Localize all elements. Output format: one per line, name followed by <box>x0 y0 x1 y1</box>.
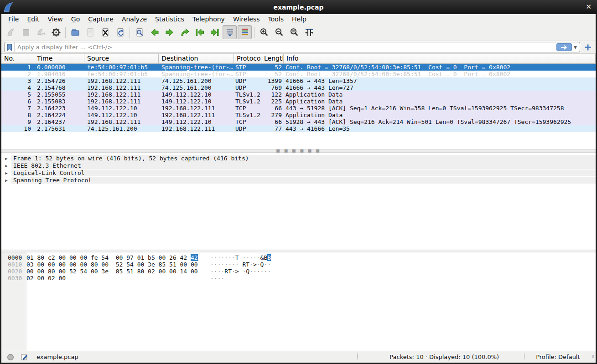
menu-analyze[interactable]: Analyze <box>118 15 151 24</box>
expander-icon[interactable]: ▶ <box>1 171 11 175</box>
menu-view[interactable]: View <box>44 15 67 24</box>
column-header-source[interactable]: Source <box>84 54 159 63</box>
capture-comment-icon[interactable] <box>21 353 28 361</box>
packet-row-8[interactable]: 82.164224149.112.122.10192.168.122.111TL… <box>1 112 596 118</box>
status-bar: example.pcap Packets: 10 · Displayed: 10… <box>1 351 596 363</box>
expander-icon[interactable]: ▶ <box>1 164 11 168</box>
packet-cell-no: 10 <box>1 125 34 132</box>
reload-file-button[interactable] <box>113 25 127 39</box>
packet-list-header: No.TimeSourceDestinationProtocolLengthIn… <box>1 54 596 64</box>
expander-icon[interactable]: ▶ <box>1 178 11 183</box>
go-back-button[interactable] <box>147 25 161 39</box>
column-header-length[interactable]: Length <box>261 54 284 63</box>
packet-row-2[interactable]: 21.984016fe:54:00:97:01:b5Spanning-tree-… <box>1 71 596 77</box>
add-filter-expression-button[interactable] <box>583 42 593 52</box>
expander-icon[interactable]: ▶ <box>1 156 11 161</box>
go-to-packet-button[interactable] <box>177 25 192 39</box>
open-file-button[interactable] <box>68 25 82 39</box>
status-profile[interactable]: Profile: Default <box>524 352 592 362</box>
menu-wireless[interactable]: Wireless <box>229 15 264 24</box>
hex-ascii[interactable]: ·······T ·····&BB <box>210 254 271 261</box>
packet-cell-src: 192.168.122.111 <box>84 84 159 91</box>
find-packet-button[interactable] <box>132 25 146 39</box>
hex-row-0010[interactable]: 001003 00 00 00 00 00 80 00 52 54 00 3e … <box>1 261 596 268</box>
go-forward-button[interactable] <box>162 25 177 39</box>
packet-row-9[interactable]: 92.164237192.168.122.111149.112.122.10TC… <box>1 118 596 125</box>
column-header-no[interactable]: No. <box>1 54 34 63</box>
hex-bytes[interactable]: 00 00 80 00 52 54 00 3e 85 51 80 02 00 0… <box>26 268 210 275</box>
start-capture-button[interactable] <box>4 25 18 39</box>
hex-ascii[interactable]: ···· <box>210 275 224 282</box>
packet-row-10[interactable]: 102.17563174.125.161.200192.168.122.111U… <box>1 125 596 132</box>
column-header-destination[interactable]: Destination <box>159 54 234 63</box>
column-header-time[interactable]: Time <box>34 54 84 63</box>
packet-cell-src: 192.168.122.111 <box>84 91 159 98</box>
detail-row-0[interactable]: ▶Frame 1: 52 bytes on wire (416 bits), 5… <box>1 155 596 162</box>
capture-options-button[interactable] <box>49 25 63 39</box>
filter-bookmark-icon[interactable] <box>5 42 15 52</box>
colorize-button[interactable] <box>238 25 252 39</box>
status-filename: example.pcap <box>36 354 357 360</box>
hex-row-0030[interactable]: 003002 00 02 00···· <box>1 275 596 282</box>
hex-bytes[interactable]: 02 00 02 00 <box>26 275 210 282</box>
detail-row-3[interactable]: ▶Spanning Tree Protocol <box>1 177 596 184</box>
menu-capture[interactable]: Capture <box>84 15 118 24</box>
apply-filter-button[interactable] <box>556 43 572 51</box>
stop-capture-icon <box>21 27 31 37</box>
menu-file[interactable]: File <box>4 15 23 24</box>
hex-bytes[interactable]: 03 00 00 00 00 00 80 00 52 54 00 3e 85 5… <box>26 261 210 268</box>
zoom-original-button[interactable] <box>287 25 301 39</box>
packet-row-1[interactable]: 10.000000fe:54:00:97:01:b5Spanning-tree-… <box>1 64 596 71</box>
packet-cell-src: 149.112.122.10 <box>84 112 159 118</box>
packet-cell-time: 2.164224 <box>34 112 84 118</box>
close-file-button[interactable] <box>98 25 112 39</box>
menu-statistics[interactable]: Statistics <box>151 15 188 24</box>
hex-row-0020[interactable]: 002000 00 80 00 52 54 00 3e 85 51 80 02 … <box>1 268 596 275</box>
menu-tools[interactable]: Tools <box>264 15 288 24</box>
display-filter-input[interactable] <box>15 44 556 51</box>
packet-list: 10.000000fe:54:00:97:01:b5Spanning-tree-… <box>1 64 596 149</box>
menu-telephony[interactable]: Telephony <box>188 15 229 24</box>
hex-ascii[interactable]: ····RT·> ·Q······ <box>210 268 271 275</box>
column-header-protocol[interactable]: Protocol <box>234 54 261 63</box>
hex-ascii[interactable]: ········ RT·>·Q·· <box>210 261 271 268</box>
column-header-info[interactable]: Info <box>284 54 596 63</box>
detail-row-1[interactable]: ▶IEEE 802.3 Ethernet <box>1 162 596 169</box>
packet-row-5[interactable]: 52.155055192.168.122.111149.112.122.10TL… <box>1 91 596 98</box>
restart-capture-button[interactable] <box>34 25 48 39</box>
menu-go[interactable]: Go <box>67 15 84 24</box>
close-window-button[interactable]: ✕ <box>586 0 592 14</box>
packet-cell-no: 5 <box>1 91 34 98</box>
packet-cell-src: 192.168.122.111 <box>84 98 159 105</box>
pane-splitter-top[interactable]: ■ ■ ■ ■ ■ ■ <box>1 149 596 153</box>
zoom-out-button[interactable] <box>272 25 286 39</box>
resize-grip[interactable]: ⠿ <box>592 355 595 359</box>
detail-row-2[interactable]: ▶Logical-Link Control <box>1 169 596 176</box>
hex-bytes[interactable]: 01 80 c2 00 00 00 fe 54 00 97 01 b5 00 2… <box>26 254 210 261</box>
stop-capture-button[interactable] <box>19 25 33 39</box>
filter-history-dropdown-icon[interactable]: ▼ <box>574 45 577 50</box>
save-file-button[interactable] <box>83 25 97 39</box>
zoom-in-button[interactable] <box>257 25 271 39</box>
window-title: example.pcap <box>0 4 597 11</box>
packet-cell-proto: STP <box>234 64 261 71</box>
packet-row-4[interactable]: 42.154768192.168.122.11174.125.161.200UD… <box>1 84 596 91</box>
expert-info-icon[interactable] <box>7 354 14 361</box>
packet-row-3[interactable]: 32.154726192.168.122.11174.125.161.200UD… <box>1 77 596 84</box>
packet-row-7[interactable]: 72.164223149.112.122.10192.168.122.111TC… <box>1 105 596 112</box>
auto-scroll-button[interactable] <box>223 25 237 39</box>
packet-row-6[interactable]: 62.155083192.168.122.111149.112.122.10TL… <box>1 98 596 105</box>
packet-cell-proto: TCP <box>234 118 261 125</box>
resize-columns-button[interactable] <box>302 25 316 39</box>
packet-cell-no: 4 <box>1 84 34 91</box>
restart-capture-icon <box>36 27 46 37</box>
packet-cell-time: 2.164237 <box>34 118 84 125</box>
menu-edit[interactable]: Edit <box>23 15 43 24</box>
title-bar: example.pcap ✕ <box>0 0 597 14</box>
hex-row-0000[interactable]: 000001 80 c2 00 00 00 fe 54 00 97 01 b5 … <box>1 254 596 261</box>
packet-cell-len: 122 <box>261 91 284 98</box>
packet-cell-proto: STP <box>234 71 261 77</box>
go-first-button[interactable] <box>192 25 207 39</box>
go-last-button[interactable] <box>208 25 222 39</box>
menu-help[interactable]: Help <box>288 15 311 24</box>
